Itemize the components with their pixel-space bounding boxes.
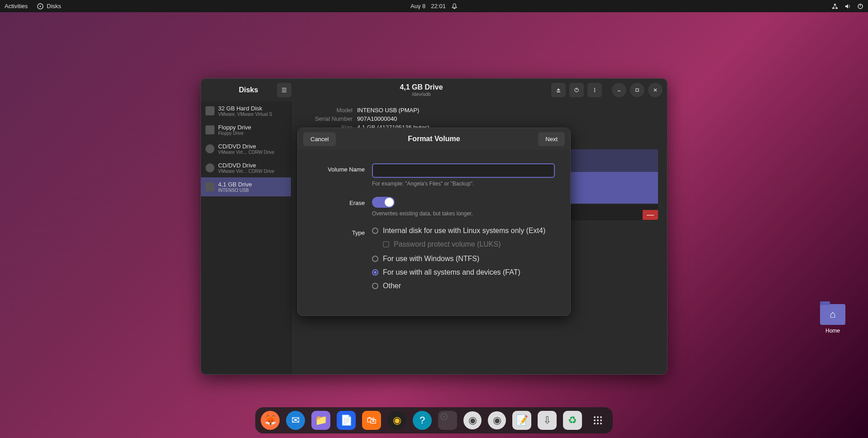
hamburger-icon <box>281 87 287 93</box>
shopping-bag-icon: 🛍 <box>367 414 377 426</box>
dock-software[interactable]: 🛍 <box>362 411 381 430</box>
drive-title: 4,1 GB Drive <box>218 181 252 188</box>
dock-thunderbird[interactable]: ✉ <box>286 411 305 430</box>
type-option-fat[interactable]: For use with all systems and devices (FA… <box>372 268 555 276</box>
maximize-icon <box>635 88 639 92</box>
dock-usb[interactable]: ⇩ <box>538 411 557 430</box>
radio-icon <box>372 283 378 289</box>
erase-toggle[interactable] <box>372 197 395 208</box>
drive-menu-button[interactable] <box>587 83 602 97</box>
drive-item-hard-disk[interactable]: 32 GB Hard DiskVMware, VMware Virtual S <box>201 101 291 120</box>
model-value: INTENSO USB (PMAP) <box>357 107 419 114</box>
window-title: Disks <box>239 86 258 94</box>
cancel-button[interactable]: Cancel <box>303 132 336 146</box>
type-option-label: For use with Windows (NTFS) <box>383 255 479 263</box>
dock-firefox[interactable]: 🦊 <box>261 411 280 430</box>
drive-item-cddvd-2[interactable]: CD/DVD DriveVMware Virt… CDRW Drive <box>201 158 291 177</box>
drive-sidebar: 32 GB Hard DiskVMware, VMware Virtual S … <box>201 101 291 374</box>
dock-help[interactable]: ? <box>413 411 432 430</box>
power-small-icon <box>574 87 579 93</box>
dock: 🦊 ✉ 📁 📄 🛍 ◉ ? ◉ ◉ 📝 ⇩ ♻ <box>255 407 613 433</box>
type-option-other[interactable]: Other <box>372 282 555 290</box>
cd-icon <box>205 163 215 172</box>
dock-show-apps[interactable] <box>588 411 607 430</box>
running-app-label: Disks <box>47 3 61 10</box>
dock-files[interactable]: 📁 <box>311 411 330 430</box>
dock-cd-2[interactable]: ◉ <box>488 411 506 429</box>
hamburger-menu-button[interactable] <box>277 83 291 97</box>
clock[interactable]: Auγ 8 22:01 <box>410 3 458 10</box>
type-option-label: Other <box>383 282 401 290</box>
disks-icon <box>37 3 44 10</box>
document-icon: 📄 <box>340 414 353 426</box>
top-bar: Activities Disks Auγ 8 22:01 <box>0 0 868 12</box>
dock-disks[interactable] <box>438 411 457 430</box>
dock-text-editor[interactable]: 📝 <box>512 411 531 430</box>
network-icon[interactable] <box>832 3 838 10</box>
dialog-header: Cancel Format Volume Next <box>298 128 570 150</box>
svg-point-17 <box>597 416 599 418</box>
time-label: 22:01 <box>431 3 446 10</box>
drive-title: CD/DVD Drive <box>218 143 274 150</box>
format-volume-dialog: Cancel Format Volume Next Volume Name Fo… <box>297 128 571 316</box>
svg-point-10 <box>594 90 595 90</box>
svg-point-20 <box>597 419 599 421</box>
close-icon <box>653 88 658 92</box>
drive-title: Floppy Drive <box>218 124 251 131</box>
delete-partition-button[interactable]: — <box>643 210 658 220</box>
dock-trash[interactable]: ♻ <box>563 411 582 430</box>
dialog-title: Format Volume <box>298 135 570 143</box>
power-off-drive-button[interactable] <box>569 83 584 97</box>
type-option-ext4[interactable]: Internal disk for use with Linux systems… <box>372 227 555 235</box>
next-button[interactable]: Next <box>538 132 565 146</box>
svg-point-21 <box>600 419 602 421</box>
drive-subtitle: VMware, VMware Virtual S <box>218 112 272 117</box>
dock-cd-1[interactable]: ◉ <box>463 411 482 429</box>
svg-point-9 <box>594 88 595 89</box>
apps-grid-icon <box>593 415 603 425</box>
luks-checkbox-row: Password protect volume (LUKS) <box>383 240 555 248</box>
svg-rect-13 <box>636 89 639 91</box>
drive-item-cddvd-1[interactable]: CD/DVD DriveVMware Virt… CDRW Drive <box>201 139 291 158</box>
volume-name-hint: For example: "Angela's Files" or "Backup… <box>372 181 555 187</box>
minimize-icon <box>617 88 621 92</box>
power-icon[interactable] <box>857 3 863 10</box>
type-option-ntfs[interactable]: For use with Windows (NTFS) <box>372 255 555 263</box>
svg-point-11 <box>594 91 595 92</box>
desktop-home-icon[interactable]: ⌂ Home <box>820 304 845 334</box>
volume-name-input[interactable] <box>372 163 555 178</box>
floppy-icon <box>205 125 215 134</box>
radio-icon <box>372 228 378 234</box>
desktop-home-label: Home <box>820 328 845 334</box>
date-label: Auγ 8 <box>410 3 425 10</box>
usb-icon <box>205 182 215 191</box>
drive-item-floppy[interactable]: Floppy DriveFloppy Drive <box>201 120 291 139</box>
model-label: Model <box>300 107 353 114</box>
mail-icon: ✉ <box>291 414 300 426</box>
dock-libreoffice[interactable]: 📄 <box>337 411 356 430</box>
eject-icon <box>556 87 561 93</box>
volume-name-label: Volume Name <box>313 163 372 173</box>
type-label: Type <box>313 227 372 236</box>
activities-button[interactable]: Activities <box>5 3 28 10</box>
dock-rhythmbox[interactable]: ◉ <box>387 411 406 430</box>
svg-point-18 <box>600 416 602 418</box>
drive-title: 32 GB Hard Disk <box>218 105 272 112</box>
checkbox-icon <box>383 241 389 248</box>
speaker-icon: ◉ <box>393 414 401 426</box>
type-option-label: For use with all systems and devices (FA… <box>383 268 520 276</box>
running-app-indicator[interactable]: Disks <box>37 3 61 10</box>
firefox-icon: 🦊 <box>264 414 277 426</box>
trash-icon: ♻ <box>568 414 577 426</box>
drive-subtitle: INTENSO USB <box>218 188 252 193</box>
close-button[interactable] <box>648 83 663 97</box>
drive-item-usb[interactable]: 4,1 GB DriveINTENSO USB <box>201 177 291 196</box>
eject-button[interactable] <box>551 83 566 97</box>
svg-point-22 <box>594 423 596 424</box>
files-icon: 📁 <box>315 414 327 426</box>
notification-icon <box>451 3 458 10</box>
minimize-button[interactable] <box>612 83 626 97</box>
maximize-button[interactable] <box>630 83 644 97</box>
kebab-icon <box>592 87 597 93</box>
volume-icon[interactable] <box>844 3 851 10</box>
